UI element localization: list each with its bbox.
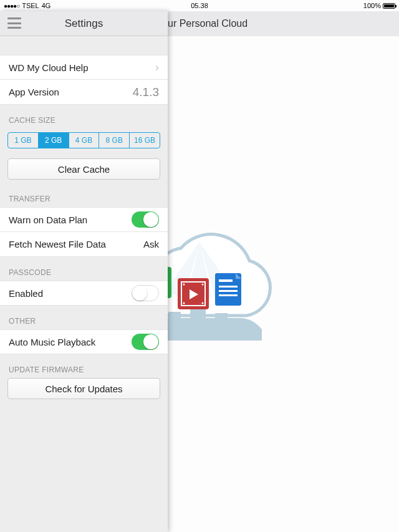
- warn-data-toggle[interactable]: [132, 211, 159, 228]
- firmware-header: UPDATE FIRMWARE: [0, 354, 168, 378]
- version-label: App Version: [9, 87, 59, 97]
- settings-panel: Settings WD My Cloud Help › App Version …: [0, 11, 168, 532]
- check-updates-button[interactable]: Check for Updates: [7, 378, 160, 399]
- fetch-value: Ask: [143, 239, 159, 249]
- warn-data-row[interactable]: Warn on Data Plan: [0, 207, 168, 232]
- autoplay-label: Auto Music Playback: [9, 337, 95, 347]
- warn-data-label: Warn on Data Plan: [9, 215, 87, 225]
- svg-point-4: [202, 284, 204, 286]
- fetch-label: Fetch Newest File Data: [9, 239, 106, 249]
- version-row: App Version 4.1.3: [0, 80, 168, 105]
- transfer-header: TRANSFER: [0, 183, 168, 207]
- cache-seg-1[interactable]: 2 GB: [39, 133, 69, 148]
- autoplay-row[interactable]: Auto Music Playback: [0, 329, 168, 354]
- svg-rect-10: [219, 290, 238, 292]
- main-title: ur Personal Cloud: [168, 18, 399, 29]
- clear-cache-button[interactable]: Clear Cache: [7, 158, 160, 180]
- svg-point-6: [202, 302, 204, 304]
- cache-seg-2[interactable]: 4 GB: [69, 133, 100, 148]
- menu-icon[interactable]: [7, 17, 21, 29]
- passcode-label: Enabled: [9, 288, 43, 299]
- svg-point-5: [183, 302, 185, 304]
- svg-rect-11: [219, 294, 238, 296]
- cache-header: CACHE SIZE: [0, 105, 168, 128]
- status-bar: ●●●●○ TSEL 4G 05.38 100%: [0, 0, 399, 11]
- passcode-row[interactable]: Enabled: [0, 281, 168, 306]
- cache-seg-0[interactable]: 1 GB: [8, 133, 39, 148]
- cache-seg-4[interactable]: 16 GB: [130, 133, 160, 148]
- svg-point-3: [183, 284, 185, 286]
- help-row[interactable]: WD My Cloud Help ›: [0, 55, 168, 80]
- cache-size-segmented[interactable]: 1 GB 2 GB 4 GB 8 GB 16 GB: [7, 132, 160, 148]
- help-label: WD My Cloud Help: [9, 62, 89, 73]
- cache-seg-3[interactable]: 8 GB: [99, 133, 130, 148]
- sidebar-header: Settings: [0, 11, 168, 36]
- passcode-toggle[interactable]: [132, 285, 159, 301]
- passcode-header: PASSCODE: [0, 257, 168, 281]
- fetch-row[interactable]: Fetch Newest File Data Ask: [0, 232, 168, 257]
- other-header: OTHER: [0, 306, 168, 329]
- settings-scroll[interactable]: WD My Cloud Help › App Version 4.1.3 CAC…: [0, 36, 168, 532]
- version-value: 4.1.3: [133, 85, 159, 99]
- chevron-right-icon: ›: [155, 61, 159, 74]
- sidebar-title: Settings: [0, 17, 168, 30]
- battery-icon: [383, 3, 395, 9]
- svg-rect-9: [219, 286, 238, 288]
- clock: 05.38: [0, 2, 399, 9]
- autoplay-toggle[interactable]: [132, 334, 159, 350]
- svg-rect-8: [219, 279, 233, 282]
